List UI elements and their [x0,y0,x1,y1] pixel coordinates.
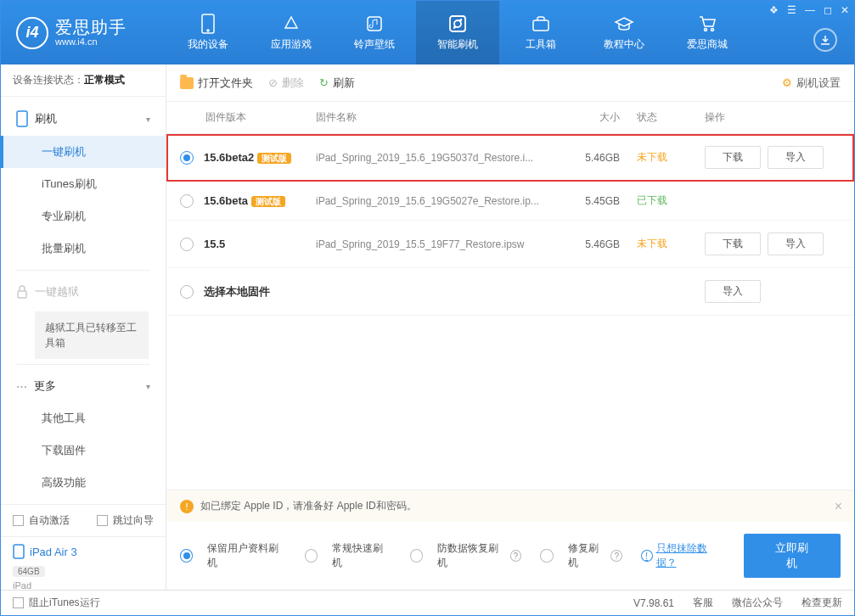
firmware-status: 未下载 [637,150,705,165]
customer-service-link[interactable]: 客服 [693,596,713,610]
phone-small-icon [16,110,28,127]
flash-opt-repair[interactable]: 修复刷机? [540,541,622,570]
firmware-row[interactable]: 选择本地固件 导入 [166,268,854,316]
chevron-down-icon: ▾ [146,115,150,124]
app-store-icon [281,14,301,34]
gear-icon: ⚙ [782,76,792,89]
phone-icon [198,14,218,34]
nav-flash[interactable]: 智能刷机 [416,1,499,64]
wechat-link[interactable]: 微信公众号 [732,596,783,610]
erase-data-link[interactable]: !只想抹除数据？ [641,541,725,570]
svg-point-5 [705,29,707,31]
nav-toolbox[interactable]: 工具箱 [499,1,582,64]
auto-activate-checkbox[interactable] [13,515,24,526]
firmware-version: 15.6beta测试版 [204,194,316,208]
firmware-radio[interactable] [180,238,194,251]
close-icon[interactable]: ✕ [841,4,849,16]
flash-now-button[interactable]: 立即刷机 [744,534,841,578]
firmware-size: 5.46GB [569,152,637,164]
lock-icon [16,285,28,299]
flash-settings-button[interactable]: ⚙刷机设置 [782,76,841,91]
firmware-row[interactable]: 15.6beta2测试版 iPad_Spring_2019_15.6_19G50… [166,134,854,182]
firmware-size: 5.46GB [569,238,637,250]
svg-point-6 [712,29,714,31]
sidebar-item-other-tools[interactable]: 其他工具 [1,402,166,434]
graduation-icon [614,14,634,34]
firmware-filename: iPad_Spring_2019_15.6_19G5037d_Restore.i… [316,152,569,164]
nav-my-device[interactable]: 我的设备 [166,1,250,64]
firmware-status: 已下载 [637,193,705,208]
alert-close-button[interactable]: × [835,499,842,514]
sidebar-parent-more[interactable]: ⋯ 更多▾ [1,370,166,402]
firmware-size: 5.45GB [569,195,637,207]
refresh-button[interactable]: ↻刷新 [319,76,355,91]
firmware-filename: iPad_Spring_2019_15.5_19F77_Restore.ipsw [316,238,569,250]
firmware-version: 15.5 [204,238,316,250]
sidebar-item-batch-flash[interactable]: 批量刷机 [1,232,166,265]
firmware-version: 15.6beta2测试版 [204,151,316,165]
connection-status: 设备连接状态：正常模式 [1,64,166,97]
flash-opt-keep-data[interactable]: 保留用户资料刷机 [180,541,286,570]
nav-ringtones[interactable]: 铃声壁纸 [333,1,416,64]
firmware-radio[interactable] [180,194,194,208]
open-folder-button[interactable]: 打开文件夹 [180,76,253,91]
block-itunes-checkbox[interactable] [13,597,24,608]
svg-rect-4 [533,20,548,31]
import-button[interactable]: 导入 [768,146,824,169]
sidebar-parent-flash[interactable]: 刷机▾ [1,102,166,136]
sidebar-item-pro-flash[interactable]: 专业刷机 [1,200,166,232]
app-url: www.i4.cn [55,36,127,47]
svg-point-1 [207,30,209,31]
music-icon [364,14,385,34]
svg-rect-8 [18,291,26,298]
svg-rect-2 [368,17,381,31]
refresh-icon: ↻ [319,76,329,89]
download-button[interactable] [813,28,837,52]
storage-badge: 64GB [13,566,45,577]
maximize-icon[interactable]: ◻ [824,4,832,16]
sidebar-item-oneclick-flash[interactable]: 一键刷机 [1,136,166,168]
firmware-version: 选择本地固件 [204,284,316,300]
auto-activate-label: 自动激活 [29,513,70,528]
sidebar-item-advanced[interactable]: 高级功能 [1,467,166,499]
cart-icon [697,14,717,34]
more-icon: ⋯ [16,380,27,393]
delete-button: ⊘删除 [268,76,304,91]
app-title: 爱思助手 [55,18,127,36]
jailbreak-note: 越狱工具已转移至工具箱 [35,311,149,359]
device-info[interactable]: iPad Air 3 64GB iPad [1,536,166,601]
chevron-down-icon: ▾ [146,382,150,391]
firmware-filename: iPad_Spring_2019_15.6_19G5027e_Restore.i… [316,195,569,207]
warning-icon: ! [180,500,194,513]
minimize-icon[interactable]: — [805,4,815,16]
flash-opt-anti-recover[interactable]: 防数据恢复刷机? [410,541,522,570]
menu-icon[interactable]: ☰ [787,4,796,16]
settings-icon[interactable]: ❖ [769,4,779,16]
help-icon[interactable]: ? [510,550,522,562]
import-button[interactable]: 导入 [705,280,761,303]
firmware-row[interactable]: 15.5 iPad_Spring_2019_15.5_19F77_Restore… [166,221,854,268]
import-button[interactable]: 导入 [768,232,824,255]
download-button[interactable]: 下载 [705,232,761,255]
table-header: 固件版本 固件名称 大小 状态 操作 [166,102,854,134]
device-type: iPad [13,580,154,591]
nav-mall[interactable]: 爱思商城 [666,1,749,64]
refresh-icon [447,14,468,34]
check-update-link[interactable]: 检查更新 [802,596,842,610]
firmware-radio[interactable] [180,285,194,299]
help-icon[interactable]: ? [610,550,622,562]
nav-tutorials[interactable]: 教程中心 [582,1,666,64]
firmware-row[interactable]: 15.6beta测试版 iPad_Spring_2019_15.6_19G502… [166,182,854,221]
window-controls: ❖ ☰ — ◻ ✕ [769,4,849,16]
nav-apps[interactable]: 应用游戏 [250,1,333,64]
sidebar-item-download-fw[interactable]: 下载固件 [1,434,166,467]
apple-id-alert: ! 如已绑定 Apple ID，请准备好 Apple ID和密码。 × [166,490,854,522]
logo-icon: i4 [16,17,48,49]
flash-opt-normal[interactable]: 常规快速刷机 [305,541,391,570]
sidebar-item-itunes-flash[interactable]: iTunes刷机 [1,168,166,200]
skip-guide-checkbox[interactable] [97,515,108,526]
firmware-radio[interactable] [180,151,194,165]
tablet-icon [13,544,25,559]
download-button[interactable]: 下载 [705,146,761,169]
skip-guide-label: 跳过向导 [113,513,154,528]
